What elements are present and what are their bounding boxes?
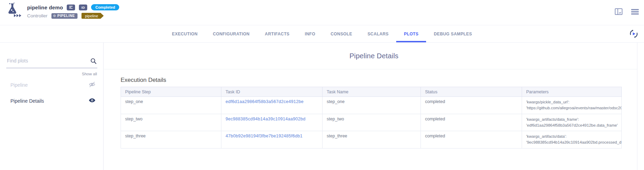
plot-panel: Pipeline Details Execution Details Pipel…	[104, 43, 644, 170]
cell-parameters: 'kwargs_artifacts/data_frame': 'edf6d1aa…	[522, 114, 622, 131]
eye-off-icon[interactable]	[89, 82, 96, 89]
col-parameters: Parameters	[522, 87, 622, 97]
experiment-title-block: pipeline demo ID Completed Controller ⚙	[27, 4, 119, 19]
execution-details-heading: Execution Details	[121, 77, 644, 84]
task-id-link[interactable]: edf6d1aa29864f58b3a567d2ce4912be	[226, 99, 303, 104]
search-icon[interactable]	[90, 58, 97, 66]
system-tag-pipeline: ⚙ PIPELINE	[51, 13, 78, 19]
cell-parameters: 'kwargs_artifacts/data': '9ec988385cd94b…	[522, 131, 622, 148]
auto-refresh-icon[interactable]	[629, 29, 638, 39]
tab-plots[interactable]: PLOTS	[396, 26, 426, 42]
hamburger-menu-icon[interactable]	[631, 9, 639, 15]
status-badge: Completed	[91, 4, 119, 10]
cell-step: step_three	[121, 131, 221, 148]
plot-divider	[104, 69, 637, 69]
cell-status: completed	[421, 114, 522, 131]
table-header-row: Pipeline Step Task ID Task Name Status P…	[121, 87, 622, 97]
task-id-link[interactable]: 9ec988385cd94b14a39c10914aa902bd	[226, 117, 305, 121]
cell-status: completed	[421, 131, 522, 148]
tab-console[interactable]: CONSOLE	[323, 26, 360, 42]
cell-parameters: 'kwargs/pickle_data_url': 'https://githu…	[522, 97, 622, 114]
col-task-id: Task ID	[221, 87, 323, 97]
id-chip[interactable]: ID	[79, 5, 87, 10]
page-title: pipeline demo	[27, 5, 63, 10]
controller-label: Controller	[27, 13, 48, 18]
col-status: Status	[421, 87, 522, 97]
tab-artifacts[interactable]: ARTIFACTS	[257, 26, 297, 42]
show-all-link[interactable]: Show all	[0, 72, 97, 76]
cell-step: step_one	[121, 97, 221, 114]
sidebar-item-pipeline[interactable]: Pipeline	[0, 78, 103, 92]
tab-execution[interactable]: EXECUTION	[164, 26, 205, 42]
plots-sidebar: Show all Pipeline Pipeline Details	[0, 43, 104, 170]
cell-task-name: step_two	[323, 114, 421, 131]
user-tag-pipeline[interactable]: pipeline	[81, 13, 104, 19]
search-input[interactable]	[6, 53, 88, 66]
execution-details-table: Pipeline Step Task ID Task Name Status P…	[121, 87, 622, 148]
description-icon[interactable]	[67, 5, 75, 10]
cell-status: completed	[421, 97, 522, 114]
tab-configuration[interactable]: CONFIGURATION	[205, 26, 257, 42]
table-row: step_three 47b0b92e98194f3fbe7be192485f6…	[121, 131, 622, 148]
col-task-name: Task Name	[323, 87, 421, 97]
eye-icon[interactable]	[89, 98, 96, 104]
task-id-link[interactable]: 47b0b92e98194f3fbe7be192485f6db1	[226, 134, 303, 138]
plot-search	[6, 53, 97, 68]
table-row: step_one edf6d1aa29864f58b3a567d2ce4912b…	[121, 97, 622, 114]
plot-title: Pipeline Details	[104, 52, 644, 60]
app-header: pipeline demo ID Completed Controller ⚙	[0, 0, 644, 25]
gear-icon: ⚙	[53, 14, 57, 18]
cell-task-name: step_three	[323, 131, 421, 148]
tab-scalars[interactable]: SCALARS	[360, 26, 396, 42]
sidebar-item-pipeline-details[interactable]: Pipeline Details	[0, 94, 103, 108]
cell-step: step_two	[121, 114, 221, 131]
table-row: step_two 9ec988385cd94b14a39c10914aa902b…	[121, 114, 622, 131]
app-window: pipeline demo ID Completed Controller ⚙	[0, 0, 644, 170]
side-panel-chart-icon[interactable]	[615, 8, 622, 15]
cell-task-name: step_one	[323, 97, 421, 114]
tab-info[interactable]: INFO	[297, 26, 323, 42]
content-edge-divider	[637, 43, 637, 170]
col-pipeline-step: Pipeline Step	[121, 87, 221, 97]
tab-bar: EXECUTION CONFIGURATION ARTIFACTS INFO C…	[0, 26, 644, 43]
tab-debug-samples[interactable]: DEBUG SAMPLES	[426, 26, 480, 42]
pipeline-flask-icon	[3, 2, 22, 20]
